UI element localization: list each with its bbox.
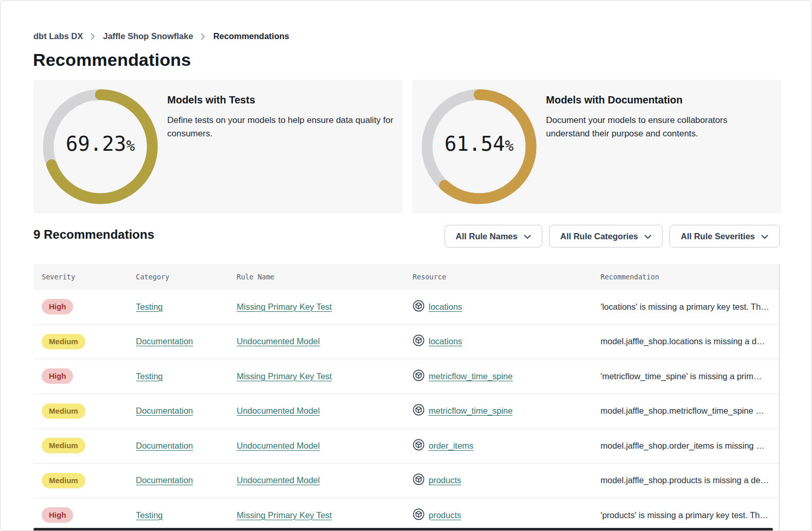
- column-header-category: Category: [136, 273, 237, 281]
- chevron-down-icon: [644, 232, 651, 241]
- page-title: Recommendations: [33, 50, 191, 70]
- tests-donut-chart: 69.23%: [42, 88, 158, 205]
- table-row: High Testing Missing Primary Key Test me…: [33, 359, 779, 394]
- filter-label: All Rule Names: [456, 232, 518, 241]
- model-cube-icon: [413, 473, 425, 487]
- card-title-models-with-tests: Models with Tests: [167, 94, 412, 106]
- category-link[interactable]: Documentation: [136, 406, 193, 415]
- resource-link[interactable]: locations: [429, 302, 462, 312]
- tests-donut-percent: 69.23%: [42, 88, 158, 205]
- table-row: Medium Documentation Undocumented Model …: [33, 463, 779, 498]
- model-cube-icon: [413, 404, 425, 418]
- column-header-resource: Resource: [413, 273, 601, 281]
- app-window: dbt Labs DX Jaffle Shop Snowflake Recomm…: [0, 0, 812, 531]
- chevron-down-icon: [524, 232, 531, 241]
- rule-names-filter-dropdown[interactable]: All Rule Names: [445, 225, 542, 247]
- breadcrumb-item-jaffle-shop-snowflake[interactable]: Jaffle Shop Snowflake: [103, 31, 193, 41]
- severity-badge: Medium: [42, 403, 85, 419]
- recommendation-text: model.jaffle_shop.order_items is missing…: [601, 441, 779, 451]
- chevron-down-icon: [761, 232, 768, 241]
- breadcrumb: dbt Labs DX Jaffle Shop Snowflake Recomm…: [33, 31, 289, 41]
- category-link[interactable]: Testing: [136, 510, 163, 520]
- rule-name-link[interactable]: Undocumented Model: [237, 441, 320, 450]
- rule-name-link[interactable]: Missing Primary Key Test: [237, 302, 332, 311]
- model-cube-icon: [413, 334, 425, 348]
- rule-name-link[interactable]: Undocumented Model: [237, 475, 320, 485]
- breadcrumb-item-dbt-labs-dx[interactable]: dbt Labs DX: [33, 31, 83, 41]
- table-row: Medium Documentation Undocumented Model …: [33, 324, 779, 359]
- recommendations-table: Severity Category Rule Name Resource Rec…: [33, 264, 779, 531]
- resource-link[interactable]: order_items: [429, 441, 473, 451]
- table-row: Medium Documentation Undocumented Model …: [33, 394, 779, 429]
- recommendation-text: model.jaffle_shop.products is missing a …: [601, 475, 779, 485]
- severity-badge: High: [42, 368, 73, 384]
- chevron-right-icon: [91, 33, 95, 40]
- recommendation-text: 'metricflow_time_spine' is missing a pri…: [601, 371, 779, 381]
- chevron-right-icon: [201, 33, 205, 40]
- models-with-documentation-card: 61.54% Models with Documentation Documen…: [412, 80, 781, 214]
- resource-link[interactable]: locations: [429, 337, 462, 346]
- table-header-row: Severity Category Rule Name Resource Rec…: [33, 264, 779, 290]
- rule-categories-filter-dropdown[interactable]: All Rule Categories: [549, 225, 663, 247]
- rule-name-link[interactable]: Undocumented Model: [237, 406, 320, 415]
- model-cube-icon: [413, 508, 425, 522]
- category-link[interactable]: Documentation: [136, 475, 193, 485]
- card-description: Document your models to ensure collabora…: [546, 114, 790, 141]
- horizontal-scrollbar[interactable]: [33, 528, 773, 531]
- rule-name-link[interactable]: Missing Primary Key Test: [237, 371, 332, 381]
- recommendation-text: model.jaffle_shop.metricflow_time_spine …: [601, 406, 779, 416]
- recommendation-text: 'products' is missing a primary key test…: [601, 510, 779, 520]
- severity-badge: High: [42, 299, 73, 314]
- severity-badge: Medium: [42, 438, 85, 453]
- filter-label: All Rule Categories: [560, 232, 638, 241]
- recommendation-text: 'locations' is missing a primary key tes…: [601, 302, 779, 312]
- severity-badge: Medium: [42, 473, 85, 488]
- card-description: Define tests on your models to help ensu…: [167, 114, 412, 141]
- category-link[interactable]: Testing: [136, 302, 163, 311]
- card-title-models-with-documentation: Models with Documentation: [546, 94, 790, 106]
- resource-link[interactable]: metricflow_time_spine: [429, 406, 513, 416]
- rule-name-link[interactable]: Undocumented Model: [237, 337, 320, 346]
- resource-link[interactable]: products: [429, 510, 461, 520]
- filter-bar: All Rule Names All Rule Categories All R…: [445, 225, 780, 247]
- table-row: High Testing Missing Primary Key Test pr…: [33, 498, 779, 531]
- category-link[interactable]: Testing: [136, 371, 163, 381]
- breadcrumb-item-recommendations: Recommendations: [213, 31, 289, 41]
- documentation-donut-chart: 61.54%: [421, 88, 537, 205]
- recommendations-table-body: High Testing Missing Primary Key Test lo…: [33, 290, 779, 531]
- severity-badge: High: [42, 507, 73, 523]
- rule-severities-filter-dropdown[interactable]: All Rule Severities: [669, 225, 780, 247]
- model-cube-icon: [413, 369, 425, 383]
- column-header-severity: Severity: [33, 273, 136, 281]
- category-link[interactable]: Documentation: [136, 337, 193, 346]
- resource-link[interactable]: metricflow_time_spine: [429, 371, 513, 381]
- table-row: High Testing Missing Primary Key Test lo…: [33, 290, 779, 324]
- model-cube-icon: [413, 300, 425, 314]
- category-link[interactable]: Documentation: [136, 441, 193, 450]
- recommendations-count-heading: 9 Recommendations: [33, 227, 154, 242]
- models-with-tests-card: 69.23% Models with Tests Define tests on…: [33, 80, 402, 214]
- table-row: Medium Documentation Undocumented Model …: [33, 428, 779, 463]
- resource-link[interactable]: products: [429, 475, 461, 485]
- rule-name-link[interactable]: Missing Primary Key Test: [237, 510, 332, 520]
- model-cube-icon: [413, 439, 425, 453]
- column-header-recommendation: Recommendation: [601, 273, 779, 281]
- column-header-rule-name: Rule Name: [237, 273, 413, 281]
- table-right-edge: [779, 264, 780, 531]
- severity-badge: Medium: [42, 334, 85, 349]
- recommendation-text: model.jaffle_shop.locations is missing a…: [601, 337, 779, 346]
- filter-label: All Rule Severities: [681, 232, 755, 241]
- documentation-donut-percent: 61.54%: [421, 88, 537, 205]
